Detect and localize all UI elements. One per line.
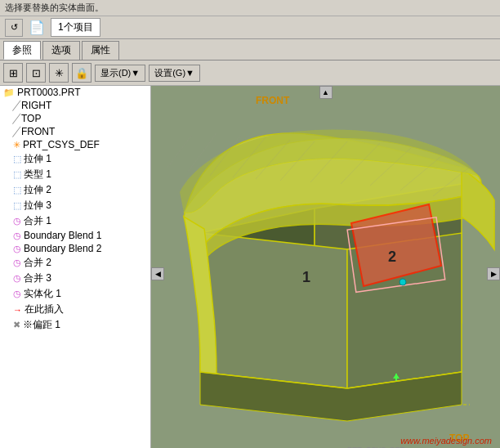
watermark: www.meiyadesign.com: [400, 436, 492, 446]
sidebar-item-label: 拉伸 1: [24, 152, 51, 166]
sidebar-item-front[interactable]: ╱FRONT: [0, 125, 150, 138]
tab-attributes[interactable]: 属性: [82, 41, 119, 60]
extrude-icon: ⬚: [13, 185, 21, 195]
extrude-icon: ⬚: [13, 154, 21, 164]
svg-text:1: 1: [302, 269, 310, 285]
sidebar-item-label: TOP: [21, 113, 41, 124]
extrude-icon: ⬚: [13, 169, 21, 180]
svg-point-24: [400, 279, 406, 285]
sidebar-item-blend2[interactable]: ◷Boundary Blend 2: [0, 242, 150, 255]
tab-reference[interactable]: 参照: [3, 41, 41, 60]
top-toolbar: ↺ 📄 1个项目: [0, 16, 500, 39]
extrude-icon: ⬚: [13, 200, 21, 211]
model-tree: 📁PRT0003.PRT╱RIGHT╱TOP╱FRONT✳PRT_CSYS_DE…: [0, 86, 151, 448]
file-icon: 📄: [28, 19, 46, 37]
sidebar-item-blend1[interactable]: ◷Boundary Blend 1: [0, 229, 150, 242]
settings-dropdown[interactable]: 设置(G)▼: [149, 65, 200, 82]
3d-viewport[interactable]: 1 2 FRONT TOP PRT_CSYS_DEF ◀ ▶ ▲: [151, 86, 500, 448]
offset-icon: ✖: [13, 320, 20, 330]
coord-icon: ✳: [13, 140, 20, 150]
blend-icon: ◷: [13, 244, 21, 254]
sidebar-item-label: ※偏距 1: [23, 318, 60, 332]
sidebar-item-extrude2[interactable]: ⬚拉伸 2: [0, 182, 150, 198]
sidebar-item-label: 合并 3: [24, 271, 51, 285]
merge-icon: ◷: [13, 216, 21, 226]
tool-icon-2[interactable]: ⊡: [26, 63, 46, 83]
insert-icon: →: [13, 305, 22, 315]
sidebar-item-label: PRT0003.PRT: [17, 87, 81, 98]
undo-button[interactable]: ↺: [5, 19, 23, 37]
display-dropdown[interactable]: 显示(D)▼: [95, 65, 145, 82]
sidebar-item-right[interactable]: ╱RIGHT: [0, 99, 150, 112]
file-icon: 📁: [3, 87, 15, 98]
sidebar-item-label: RIGHT: [21, 100, 51, 111]
sidebar-item-merge3[interactable]: ◷合并 3: [0, 271, 150, 286]
secondary-toolbar: ⊞ ⊡ ✳ 🔒 显示(D)▼ 设置(G)▼: [0, 60, 500, 86]
nav-arrow-left[interactable]: ◀: [151, 267, 164, 280]
plane-icon: ╱: [13, 114, 19, 124]
tool-icon-1[interactable]: ⊞: [3, 63, 23, 83]
sidebar-item-label: 实体化 1: [24, 287, 61, 301]
sidebar-item-label: 拉伸 2: [24, 183, 51, 197]
sidebar-item-type1[interactable]: ⬚类型 1: [0, 167, 150, 182]
sidebar-item-label: 合并 1: [24, 214, 51, 228]
sidebar-item-label: FRONT: [21, 126, 55, 137]
plane-icon: ╱: [13, 127, 19, 137]
sidebar-item-top[interactable]: ╱TOP: [0, 112, 150, 125]
sidebar-item-insert[interactable]: →在此插入: [0, 302, 150, 317]
sidebar-item-solidify1[interactable]: ◷实体化 1: [0, 286, 150, 302]
merge-icon: ◷: [13, 258, 21, 268]
sidebar-item-prt_csys[interactable]: ✳PRT_CSYS_DEF: [0, 138, 150, 151]
sidebar-item-extrude3[interactable]: ⬚拉伸 3: [0, 198, 150, 213]
sidebar-item-label: Boundary Blend 2: [24, 243, 101, 254]
blend-icon: ◷: [13, 231, 21, 241]
viewport-inner: 1 2 FRONT TOP PRT_CSYS_DEF ◀ ▶ ▲: [151, 86, 500, 448]
sidebar-item-extrude1[interactable]: ⬚拉伸 1: [0, 151, 150, 167]
tab-bar: 参照 选项 属性: [0, 39, 500, 60]
sidebar-item-offset1[interactable]: ✖※偏距 1: [0, 317, 150, 333]
sidebar-item-merge2[interactable]: ◷合并 2: [0, 255, 150, 271]
sidebar-item-label: 在此插入: [25, 302, 64, 316]
instruction-text: 选择要替换的实体曲面。: [5, 2, 104, 12]
sidebar-item-label: PRT_CSYS_DEF: [23, 139, 100, 150]
tool-icon-4[interactable]: 🔒: [72, 63, 92, 83]
svg-marker-4: [200, 233, 347, 388]
svg-text:2: 2: [388, 249, 396, 265]
plane-icon: ╱: [13, 101, 19, 111]
count-label: 1个项目: [51, 18, 100, 37]
tab-options[interactable]: 选项: [42, 41, 80, 60]
sidebar-item-prt0003[interactable]: 📁PRT0003.PRT: [0, 86, 150, 99]
nav-arrow-right[interactable]: ▶: [487, 267, 500, 280]
sidebar-item-label: 合并 2: [24, 256, 51, 270]
solidify-icon: ◷: [13, 289, 21, 299]
sidebar-item-label: 拉伸 3: [24, 199, 51, 213]
sidebar-item-merge1[interactable]: ◷合并 1: [0, 213, 150, 229]
main-area: 📁PRT0003.PRT╱RIGHT╱TOP╱FRONT✳PRT_CSYS_DE…: [0, 86, 500, 448]
sidebar-item-label: Boundary Blend 1: [24, 230, 101, 241]
merge-icon: ◷: [13, 273, 21, 284]
nav-arrow-top[interactable]: ▲: [319, 86, 333, 99]
svg-text:FRONT: FRONT: [256, 95, 290, 106]
scene-svg: 1 2 FRONT TOP PRT_CSYS_DEF: [151, 86, 500, 448]
instruction-bar: 选择要替换的实体曲面。: [0, 0, 500, 16]
tool-icon-3[interactable]: ✳: [49, 63, 69, 83]
sidebar-item-label: 类型 1: [24, 168, 51, 181]
